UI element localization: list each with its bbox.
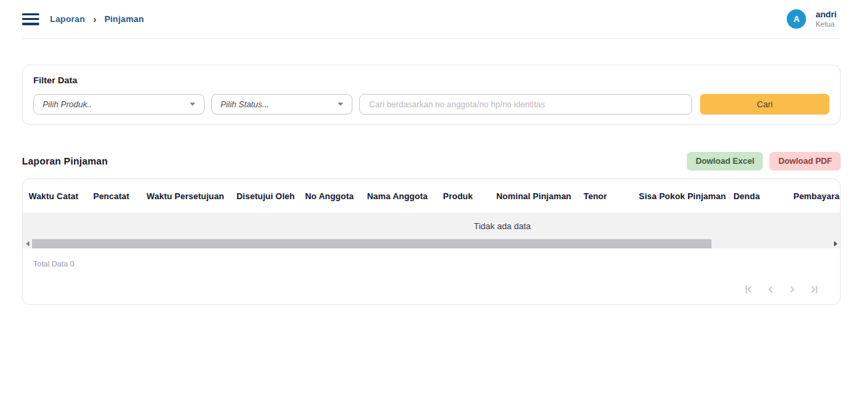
breadcrumb-pinjaman[interactable]: Pinjaman — [105, 14, 144, 24]
total-data-label: Total Data 0 — [33, 260, 840, 268]
col-waktu-catat: Waktu Catat — [29, 191, 93, 201]
avatar[interactable]: A — [787, 9, 806, 29]
user-name: andri — [815, 9, 837, 20]
user-menu[interactable]: A andri Ketua — [787, 9, 837, 29]
product-select-placeholder: Pilih Produk.. — [43, 100, 92, 109]
col-produk: Produk — [443, 191, 496, 201]
prev-page-icon[interactable] — [764, 283, 776, 295]
col-sisa-pokok-pinjaman: Sisa Pokok Pinjaman — [639, 191, 733, 201]
col-pembayaran-terakhir: Pembayaran Terakhir — [793, 191, 840, 201]
search-button[interactable]: Cari — [700, 94, 829, 115]
pagination — [742, 283, 820, 295]
search-input[interactable] — [359, 94, 692, 115]
col-denda: Denda — [733, 191, 793, 201]
page-title: Laporan Pinjaman — [22, 156, 108, 167]
scroll-right-icon[interactable] — [831, 239, 840, 248]
col-tenor: Tenor — [584, 191, 639, 201]
menu-icon[interactable] — [22, 13, 39, 25]
scroll-left-icon[interactable] — [23, 239, 32, 248]
empty-state-text: Tidak ada data — [474, 221, 531, 231]
topbar: Laporan › Pinjaman A andri Ketua — [0, 0, 868, 38]
report-table-card: Waktu Catat Pencatat Waktu Persetujuan D… — [22, 179, 841, 305]
status-select-placeholder: Pilih Status... — [220, 100, 269, 109]
col-no-anggota: No Anggota — [305, 191, 367, 201]
first-page-icon[interactable] — [742, 283, 754, 295]
topbar-divider — [22, 38, 841, 39]
chevron-down-icon — [190, 103, 195, 106]
last-page-icon[interactable] — [808, 283, 820, 295]
breadcrumb: Laporan › Pinjaman — [50, 14, 144, 24]
chevron-down-icon — [338, 103, 343, 106]
download-excel-button[interactable]: Dowload Excel — [687, 152, 763, 171]
col-nama-anggota: Nama Anggota — [367, 191, 443, 201]
download-pdf-button[interactable]: Dowload PDF — [769, 152, 841, 171]
table-header-row: Waktu Catat Pencatat Waktu Persetujuan D… — [23, 179, 840, 212]
filter-card: Filter Data Pilih Produk.. Pilih Status.… — [22, 65, 841, 125]
col-waktu-persetujuan: Waktu Persetujuan — [147, 191, 236, 201]
scrollbar-thumb[interactable] — [32, 239, 711, 248]
next-page-icon[interactable] — [786, 283, 798, 295]
status-select[interactable]: Pilih Status... — [211, 94, 352, 115]
product-select[interactable]: Pilih Produk.. — [33, 94, 205, 115]
table-scroll-area: Waktu Catat Pencatat Waktu Persetujuan D… — [23, 179, 840, 239]
user-role: Ketua — [815, 20, 837, 29]
col-disetujui-oleh: Disetujui Oleh — [236, 191, 305, 201]
col-pencatat: Pencatat — [93, 191, 147, 201]
empty-state-row: Tidak ada data — [23, 212, 840, 239]
chevron-right-icon: › — [91, 14, 99, 24]
horizontal-scrollbar[interactable] — [23, 239, 840, 248]
col-nominal-pinjaman: Nominal Pinjaman — [496, 191, 584, 201]
breadcrumb-laporan[interactable]: Laporan — [50, 14, 85, 24]
filter-title: Filter Data — [33, 75, 829, 85]
